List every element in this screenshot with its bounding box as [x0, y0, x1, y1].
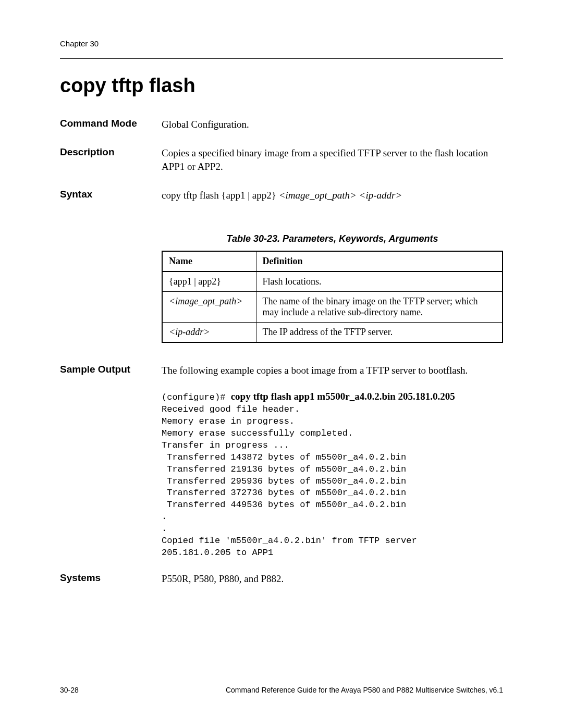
syntax-arg1: <image_opt_path>	[279, 190, 357, 201]
page-title: copy tftp flash	[60, 75, 503, 97]
table-caption: Table 30-23. Parameters, Keywords, Argum…	[162, 233, 503, 244]
footer-text: Command Reference Guide for the Avaya P5…	[226, 686, 503, 694]
sample-prompt: (configure)#	[162, 392, 231, 402]
table-row: {app1 | app2} Flash locations.	[162, 272, 503, 292]
table-header-name: Name	[162, 251, 256, 272]
syntax-label: Syntax	[60, 189, 162, 200]
parameters-table-section: Table 30-23. Parameters, Keywords, Argum…	[162, 233, 503, 343]
description-label: Description	[60, 146, 162, 158]
sample-output-section: Sample Output The following example copi…	[60, 364, 503, 559]
description-row: Description Copies a specified binary im…	[60, 146, 503, 174]
sample-command-line: (configure)# copy tftp flash app1 m5500r…	[162, 391, 503, 404]
param-definition: The IP address of the TFTP server.	[256, 323, 503, 343]
syntax-prefix: copy tftp flash {app1 | app2}	[162, 190, 279, 201]
command-mode-label: Command Mode	[60, 118, 162, 129]
systems-value: P550R, P580, P880, and P882.	[162, 572, 503, 586]
sample-output-label: Sample Output	[60, 364, 162, 559]
param-name: <ip-addr>	[162, 323, 256, 343]
sample-intro: The following example copies a boot imag…	[162, 364, 503, 378]
command-mode-value: Global Configuration.	[162, 118, 503, 132]
param-definition: Flash locations.	[256, 272, 503, 292]
syntax-value: copy tftp flash {app1 | app2} <image_opt…	[162, 189, 503, 203]
sample-command: copy tftp flash app1 m5500r_a4.0.2.bin 2…	[231, 391, 455, 402]
param-name: {app1 | app2}	[162, 272, 256, 292]
description-value: Copies a specified binary image from a s…	[162, 146, 503, 174]
systems-label: Systems	[60, 572, 162, 586]
table-header-definition: Definition	[256, 251, 503, 272]
footer-page-number: 30-28	[60, 686, 79, 694]
table-row: <ip-addr> The IP address of the TFTP ser…	[162, 323, 503, 343]
syntax-arg2: <ip-addr>	[359, 190, 402, 201]
table-header-row: Name Definition	[162, 251, 503, 272]
header-rule	[60, 58, 503, 59]
page-footer: 30-28 Command Reference Guide for the Av…	[60, 686, 503, 694]
table-row: <image_opt_path> The name of the binary …	[162, 292, 503, 323]
systems-row: Systems P550R, P580, P880, and P882.	[60, 572, 503, 586]
parameters-table: Name Definition {app1 | app2} Flash loca…	[162, 251, 503, 343]
sample-output-text: Received good file header. Memory erase …	[162, 404, 503, 559]
command-mode-row: Command Mode Global Configuration.	[60, 118, 503, 132]
chapter-header: Chapter 30	[60, 39, 503, 48]
syntax-row: Syntax copy tftp flash {app1 | app2} <im…	[60, 189, 503, 203]
param-name: <image_opt_path>	[162, 292, 256, 323]
param-definition: The name of the binary image on the TFTP…	[256, 292, 503, 323]
